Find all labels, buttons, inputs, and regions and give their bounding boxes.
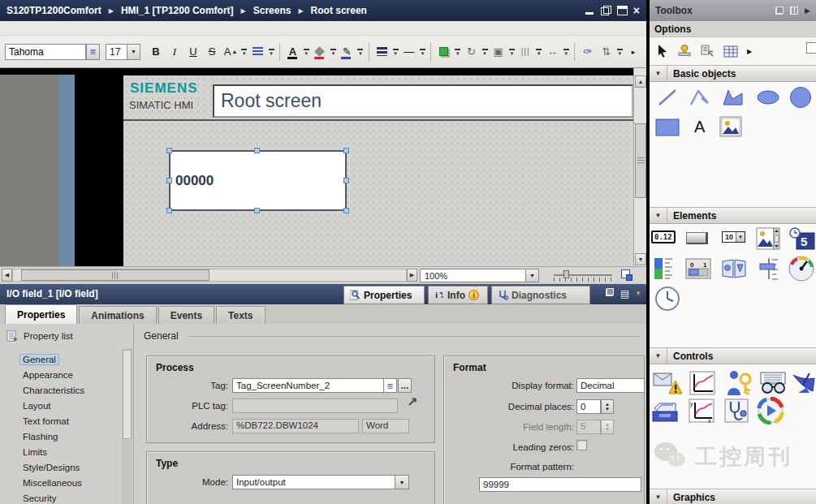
background-color-dropdown[interactable]: ▾ bbox=[330, 43, 336, 61]
polyline-tool[interactable] bbox=[689, 87, 713, 108]
text-field-tool[interactable]: A bbox=[694, 118, 705, 136]
tab-info[interactable]: i Info i bbox=[428, 286, 488, 304]
section-graphics[interactable]: ▼ Graphics bbox=[650, 489, 816, 504]
font-size-dropdown[interactable]: ▾ bbox=[241, 43, 247, 61]
breadcrumb-root-screen[interactable]: Root screen bbox=[311, 5, 367, 16]
border-style-button[interactable] bbox=[373, 43, 390, 61]
address-type-value[interactable]: Word bbox=[362, 419, 409, 433]
toolbar-overflow-icon[interactable]: ▸ bbox=[625, 43, 641, 61]
border-color-dropdown[interactable]: ▾ bbox=[357, 43, 363, 61]
fill-style-button[interactable] bbox=[436, 43, 452, 61]
close-icon[interactable]: × bbox=[633, 6, 640, 15]
slider-tool[interactable] bbox=[758, 256, 779, 281]
section-controls[interactable]: ▼ Controls bbox=[650, 347, 816, 364]
breadcrumb-project[interactable]: S120TP1200Comfort bbox=[6, 5, 101, 16]
subtab-animations[interactable]: Animations bbox=[79, 306, 156, 324]
fx-trend-view-tool[interactable]: yx bbox=[689, 398, 715, 423]
leading-zeros-checkbox[interactable] bbox=[576, 440, 587, 450]
property-item-styles-designs[interactable]: Style/Designs bbox=[0, 459, 120, 475]
zoom-combo[interactable]: 100% ▼ bbox=[420, 269, 539, 282]
bold-button[interactable]: B bbox=[148, 43, 164, 61]
subtab-events[interactable]: Events bbox=[158, 306, 214, 324]
align-objects-button[interactable]: ▣ bbox=[490, 43, 507, 61]
scroll-up-icon[interactable]: ▲ bbox=[635, 75, 646, 88]
breadcrumb-device[interactable]: HMI_1 [TP1200 Comfort] bbox=[121, 5, 234, 16]
text-align-dropdown[interactable]: ▾ bbox=[268, 43, 274, 61]
graphic-io-field-tool[interactable] bbox=[756, 227, 780, 250]
user-view-tool[interactable] bbox=[725, 369, 753, 395]
go-to-plc-tag-icon[interactable]: ↗ bbox=[407, 394, 417, 410]
symbol-library-tool[interactable] bbox=[721, 258, 747, 279]
distribute-dropdown[interactable]: ▾ bbox=[536, 43, 542, 61]
strikethrough-button[interactable]: S bbox=[204, 43, 220, 61]
gauge-tool[interactable] bbox=[788, 255, 815, 282]
property-item-miscellaneous[interactable]: Miscellaneous bbox=[0, 475, 120, 490]
canvas-vertical-scrollbar[interactable]: ▲ ▼ bbox=[633, 68, 646, 266]
layer-order-dropdown[interactable]: ▾ bbox=[617, 43, 623, 61]
font-size-dropdown-icon[interactable]: ▾ bbox=[127, 44, 140, 60]
minimize-icon[interactable] bbox=[585, 6, 595, 15]
rotate-dropdown[interactable]: ▾ bbox=[481, 43, 487, 61]
section-basic-objects[interactable]: ▼ Basic objects bbox=[650, 65, 816, 82]
options-overflow-icon[interactable]: ▶ bbox=[747, 48, 752, 55]
background-color-button[interactable] bbox=[312, 43, 328, 61]
screen-canvas[interactable]: SIEMENS SIMATIC HMI Root screen 00000 ▲ … bbox=[0, 68, 646, 266]
clock-tool[interactable] bbox=[654, 286, 680, 312]
property-item-characteristics[interactable]: Characteristics bbox=[0, 382, 120, 398]
polygon-tool[interactable] bbox=[721, 87, 745, 108]
property-item-limits[interactable]: Limits bbox=[0, 444, 120, 459]
select-cursor-icon[interactable] bbox=[657, 45, 668, 58]
screen-title-box[interactable]: Root screen bbox=[213, 84, 633, 118]
circle-tool[interactable] bbox=[788, 85, 813, 110]
float-panel-icon[interactable] bbox=[775, 6, 784, 15]
resize-handle[interactable] bbox=[343, 148, 349, 153]
property-item-security[interactable]: Security bbox=[0, 490, 120, 504]
property-item-appearance[interactable]: Appearance bbox=[0, 367, 120, 382]
underline-button[interactable]: U bbox=[185, 43, 201, 61]
zoom-dropdown-icon[interactable]: ▼ bbox=[525, 269, 538, 282]
property-list-scrollbar[interactable] bbox=[122, 348, 132, 504]
rotate-button[interactable]: ↻ bbox=[463, 43, 479, 61]
symbolic-io-field-tool[interactable]: 10▼ bbox=[722, 231, 745, 243]
float-pane-icon[interactable] bbox=[606, 288, 614, 298]
options-settings-icon[interactable] bbox=[701, 45, 715, 58]
date-time-field-tool[interactable]: 5 bbox=[789, 227, 815, 250]
font-family-list-icon[interactable]: ≣ bbox=[86, 44, 100, 60]
switch-tool[interactable]: 01 bbox=[685, 258, 711, 279]
format-painter-button[interactable]: ✑ bbox=[580, 43, 596, 61]
scroll-left-icon[interactable]: ◀ bbox=[2, 269, 12, 282]
recipe-archive-tool[interactable] bbox=[651, 400, 680, 423]
stamp-icon[interactable] bbox=[677, 45, 692, 58]
table-grid-icon[interactable] bbox=[723, 45, 738, 58]
plc-tag-input[interactable] bbox=[232, 398, 398, 413]
chevron-down-icon[interactable]: ▼ bbox=[650, 348, 667, 364]
mode-dropdown-icon[interactable]: ▼ bbox=[395, 476, 408, 489]
line-tool[interactable] bbox=[656, 87, 679, 108]
trend-view-tool[interactable] bbox=[689, 371, 715, 395]
hmi-screen[interactable]: SIEMENS SIMATIC HMI Root screen 00000 bbox=[123, 75, 633, 266]
maximize-icon[interactable] bbox=[617, 6, 628, 15]
align-objects-dropdown[interactable]: ▾ bbox=[509, 43, 515, 61]
recipe-view-tool[interactable] bbox=[758, 372, 788, 394]
layer-order-button[interactable]: ⇅ bbox=[598, 43, 615, 61]
italic-button[interactable]: I bbox=[166, 43, 183, 61]
chevron-down-icon[interactable]: ▼ bbox=[650, 208, 667, 223]
font-size-combo[interactable]: 17 ▾ bbox=[106, 44, 140, 60]
distribute-button[interactable]: ||| bbox=[517, 43, 533, 61]
line-weight-button[interactable]: — bbox=[401, 43, 417, 61]
button-tool[interactable] bbox=[686, 232, 708, 244]
tag-browse-button[interactable]: … bbox=[398, 378, 412, 393]
resize-dropdown[interactable]: ▾ bbox=[563, 43, 569, 61]
io-field-object[interactable]: 00000 bbox=[169, 150, 347, 211]
section-elements[interactable]: ▼ Elements bbox=[650, 207, 816, 224]
media-player-tool[interactable] bbox=[757, 397, 784, 424]
zoom-slider-track[interactable] bbox=[554, 274, 612, 276]
resize-handle[interactable] bbox=[254, 148, 260, 153]
system-diagnostics-tool[interactable] bbox=[724, 398, 749, 423]
resize-handle[interactable] bbox=[166, 148, 172, 153]
resize-handle[interactable] bbox=[343, 178, 349, 183]
horizontal-scroll-thumb[interactable] bbox=[21, 269, 209, 281]
tag-list-button[interactable]: ≣ bbox=[383, 378, 397, 393]
resize-handle[interactable] bbox=[166, 178, 172, 183]
scroll-down-icon[interactable]: ▼ bbox=[635, 253, 646, 265]
